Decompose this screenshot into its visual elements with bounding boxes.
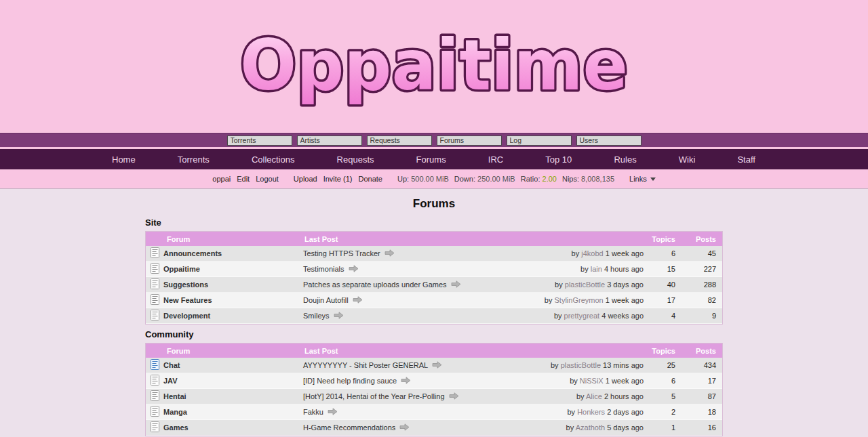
- forum-icon: [151, 294, 159, 305]
- forum-icon: [151, 263, 159, 274]
- forum-icon: [151, 310, 159, 320]
- topics-count: 25: [644, 358, 682, 373]
- username-link[interactable]: NiSSiX: [580, 377, 604, 385]
- forum-link[interactable]: JAV: [163, 377, 178, 385]
- links-dropdown[interactable]: Links: [629, 175, 656, 183]
- column-header-forum: Forum: [146, 232, 303, 246]
- jump-to-post-icon[interactable]: [449, 392, 459, 400]
- jump-to-post-icon[interactable]: [384, 249, 395, 257]
- forum-icon: [151, 406, 159, 417]
- jump-to-post-icon[interactable]: [353, 296, 363, 304]
- topics-count: 17: [644, 293, 682, 308]
- topics-count: 6: [644, 373, 682, 389]
- forum-row: Hentai [HotY] 2014, Hentai of the Year P…: [146, 389, 722, 404]
- logo-link[interactable]: Oppaitime: [231, 18, 637, 115]
- caret-down-icon: [650, 178, 656, 181]
- search-input[interactable]: [437, 136, 502, 146]
- username-link[interactable]: j4kobd: [581, 249, 603, 257]
- jump-to-post-icon[interactable]: [451, 280, 461, 288]
- nav-item[interactable]: Top 10: [545, 154, 572, 165]
- username-link[interactable]: lain: [591, 265, 602, 273]
- topic-link[interactable]: [HotY] 2014, Hentai of the Year Pre-Poll…: [303, 392, 445, 400]
- nav-item[interactable]: Wiki: [679, 154, 696, 165]
- logout-link[interactable]: Logout: [256, 175, 279, 183]
- search-input[interactable]: [367, 136, 432, 146]
- jump-to-post-icon[interactable]: [334, 312, 344, 319]
- username-link[interactable]: Alice: [586, 392, 602, 400]
- forum-row: Manga Fakku by Honkers 2 days ago 2 18: [146, 404, 722, 420]
- logo-text: Oppaitime: [240, 24, 628, 106]
- forum-link[interactable]: New Features: [163, 296, 212, 304]
- topic-link[interactable]: [ID] Need help finding sauce: [303, 377, 397, 385]
- username-link[interactable]: Azathoth: [576, 423, 605, 432]
- invite-link[interactable]: Invite (1): [323, 175, 353, 183]
- last-post-time: 4 weeks ago: [601, 312, 644, 320]
- last-post-time: 1 week ago: [606, 377, 644, 385]
- forum-row: Games H-Game Recommendations by Azathoth…: [146, 420, 722, 436]
- posts-count: 227: [682, 262, 722, 277]
- jump-to-post-icon[interactable]: [432, 361, 442, 369]
- username-link[interactable]: prettygreat: [564, 312, 600, 320]
- site-logo: Oppaitime: [231, 18, 637, 112]
- forum-link[interactable]: Announcements: [163, 249, 222, 257]
- jump-to-post-icon[interactable]: [399, 423, 410, 431]
- edit-link[interactable]: Edit: [237, 175, 250, 183]
- top-banner: Oppaitime: [0, 0, 868, 133]
- topic-link[interactable]: Testing HTTPS Tracker: [303, 249, 380, 257]
- username-link[interactable]: StylinGreymon: [555, 296, 604, 304]
- last-post-time: 1 week ago: [606, 296, 644, 304]
- topics-count: 40: [644, 277, 682, 293]
- nav-item[interactable]: Requests: [337, 154, 374, 165]
- forum-link[interactable]: Games: [163, 423, 189, 432]
- nav-item[interactable]: Staff: [737, 154, 755, 165]
- nav-item[interactable]: Rules: [614, 154, 636, 165]
- nav-item[interactable]: Home: [112, 154, 136, 165]
- topic-link[interactable]: Doujin Autofill: [303, 296, 349, 304]
- topic-link[interactable]: AYYYYYYYY - Shit Poster GENERAL: [303, 361, 428, 369]
- search-input[interactable]: [507, 136, 572, 146]
- forum-link[interactable]: Manga: [163, 408, 187, 416]
- action-links-group: Upload Invite (1) Donate: [294, 175, 382, 183]
- user-stat: Ratio: 2.00: [521, 175, 557, 183]
- forum-link[interactable]: Suggestions: [163, 280, 208, 289]
- username-link[interactable]: plasticBottle: [565, 280, 605, 289]
- nav-item[interactable]: IRC: [488, 154, 503, 165]
- last-post-time: 2 days ago: [607, 408, 644, 416]
- column-header-last-post: Last Post: [303, 344, 644, 358]
- forums-content: Site Forum Last Post Topics Posts Announ…: [145, 217, 723, 436]
- last-post-time: 4 hours ago: [604, 265, 644, 273]
- forum-row: New Features Doujin Autofill by StylinGr…: [146, 293, 722, 308]
- username-link[interactable]: Honkers: [577, 408, 605, 416]
- posts-count: 9: [682, 308, 722, 324]
- posts-count: 288: [682, 277, 722, 293]
- topic-link[interactable]: Fakku: [303, 408, 323, 416]
- upload-link[interactable]: Upload: [294, 175, 317, 183]
- main-nav: Home Torrents Collections Requests Forum…: [0, 149, 868, 169]
- section-heading-community: Community: [145, 329, 723, 339]
- page-title: Forums: [0, 197, 868, 211]
- search-input[interactable]: [227, 136, 292, 146]
- forum-link[interactable]: Oppaitime: [163, 265, 200, 273]
- nav-item[interactable]: Torrents: [178, 154, 210, 165]
- forum-link[interactable]: Development: [163, 312, 210, 320]
- nav-item[interactable]: Forums: [416, 154, 446, 165]
- donate-link[interactable]: Donate: [358, 175, 382, 183]
- topic-link[interactable]: H-Game Recommendations: [303, 423, 395, 432]
- jump-to-post-icon[interactable]: [328, 408, 338, 415]
- column-header-posts: Posts: [682, 344, 722, 358]
- forum-link[interactable]: Chat: [163, 361, 180, 369]
- column-header-topics: Topics: [644, 344, 682, 358]
- topic-link[interactable]: Patches as separate uploads under Games: [303, 280, 447, 289]
- jump-to-post-icon[interactable]: [349, 265, 359, 272]
- topic-link[interactable]: Testimonials: [303, 265, 344, 273]
- jump-to-post-icon[interactable]: [401, 377, 411, 384]
- topic-link[interactable]: Smileys: [303, 312, 330, 320]
- username-link[interactable]: plasticBottle: [561, 361, 601, 369]
- forum-link[interactable]: Hentai: [163, 392, 186, 400]
- search-input[interactable]: [297, 136, 362, 146]
- column-header-forum: Forum: [146, 344, 303, 358]
- username-link[interactable]: oppai: [212, 175, 231, 183]
- forum-icon: [151, 421, 159, 432]
- search-input[interactable]: [576, 136, 642, 146]
- nav-item[interactable]: Collections: [252, 154, 295, 165]
